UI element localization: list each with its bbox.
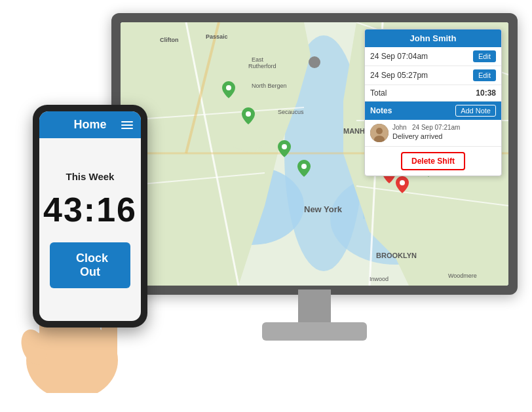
shift-row-1-datetime: 24 Sep 07:04am bbox=[370, 52, 469, 61]
hamburger-line-2 bbox=[121, 124, 133, 126]
svg-text:East: East bbox=[252, 56, 264, 63]
svg-text:Passaic: Passaic bbox=[206, 33, 228, 40]
phone-header: Home bbox=[39, 111, 141, 138]
svg-text:Woodmere: Woodmere bbox=[448, 272, 477, 279]
svg-text:BROOKLYN: BROOKLYN bbox=[376, 252, 417, 259]
note-text: Delivery arrived bbox=[392, 132, 496, 140]
svg-point-34 bbox=[301, 164, 307, 169]
svg-point-32 bbox=[246, 111, 251, 117]
shift-row-1: 24 Sep 07:04am Edit bbox=[365, 47, 501, 66]
note-datetime: 24 Sep 07:21am bbox=[412, 124, 460, 131]
time-display: 43:16 bbox=[43, 190, 137, 229]
shift-row-2-datetime: 24 Sep 05:27pm bbox=[370, 71, 469, 80]
phone-wrapper: Home This Week 43:16 Clock Out bbox=[13, 105, 183, 380]
total-value: 10:38 bbox=[476, 88, 496, 98]
monitor-power-button bbox=[309, 56, 320, 68]
phone-body: Home This Week 43:16 Clock Out bbox=[33, 105, 147, 328]
clock-out-button[interactable]: Clock Out bbox=[50, 242, 130, 288]
svg-text:Clifton: Clifton bbox=[160, 37, 179, 43]
note-author: John bbox=[392, 124, 407, 131]
phone-title: Home bbox=[73, 118, 106, 132]
delete-shift-button[interactable]: Delete Shift bbox=[401, 152, 465, 170]
svg-point-40 bbox=[376, 128, 383, 134]
svg-text:Secaucus: Secaucus bbox=[278, 109, 304, 115]
edit-button-2[interactable]: Edit bbox=[473, 69, 496, 81]
svg-point-38 bbox=[400, 180, 405, 185]
svg-text:Inwood: Inwood bbox=[370, 276, 389, 282]
shift-row-2: 24 Sep 05:27pm Edit bbox=[365, 66, 501, 85]
info-panel: John Smith 24 Sep 07:04am Edit 24 Sep 05… bbox=[364, 29, 502, 176]
svg-text:New York: New York bbox=[304, 204, 343, 214]
notes-header: Notes Add Note bbox=[365, 102, 501, 120]
total-label: Total bbox=[370, 88, 476, 98]
note-item: John 24 Sep 07:21am Delivery arrived bbox=[365, 120, 501, 147]
hamburger-menu[interactable] bbox=[121, 121, 133, 129]
phone-screen: Home This Week 43:16 Clock Out bbox=[39, 111, 141, 321]
svg-point-31 bbox=[226, 85, 231, 90]
total-row: Total 10:38 bbox=[365, 85, 501, 102]
note-content: John 24 Sep 07:21am Delivery arrived bbox=[392, 124, 496, 142]
note-avatar bbox=[370, 124, 389, 142]
monitor-stand-base bbox=[262, 322, 367, 341]
edit-button-1[interactable]: Edit bbox=[473, 50, 496, 62]
phone-content: This Week 43:16 Clock Out bbox=[39, 138, 141, 321]
info-panel-title: John Smith bbox=[365, 29, 501, 47]
this-week-label: This Week bbox=[66, 171, 115, 182]
svg-text:Rutherford: Rutherford bbox=[248, 63, 276, 69]
svg-text:North Bergen: North Bergen bbox=[252, 83, 287, 89]
monitor-stand-neck bbox=[298, 290, 331, 322]
note-meta: John 24 Sep 07:21am bbox=[392, 124, 496, 131]
hamburger-line-3 bbox=[121, 128, 133, 129]
add-note-button[interactable]: Add Note bbox=[455, 105, 496, 117]
hamburger-line-1 bbox=[121, 121, 133, 122]
notes-label: Notes bbox=[370, 106, 455, 115]
svg-point-33 bbox=[282, 144, 287, 149]
scene: Clifton Passaic Fort Lee Glen Cove East … bbox=[0, 0, 532, 412]
